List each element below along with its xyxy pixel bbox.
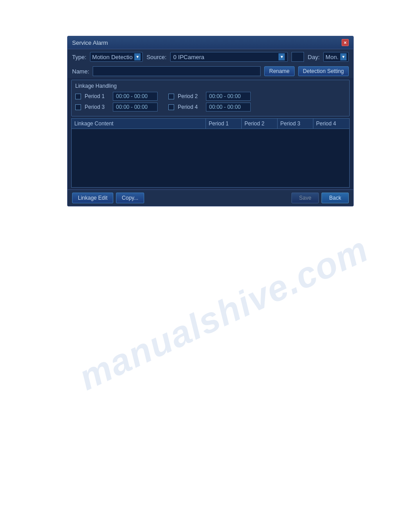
period4-label: Period 4 — [178, 104, 202, 110]
type-dropdown-arrow: ▼ — [134, 53, 141, 60]
type-value: Motion Detectio — [92, 54, 133, 60]
linkage-edit-button[interactable]: Linkage Edit — [72, 193, 113, 203]
day-dropdown[interactable]: Mon. ▼ — [323, 52, 349, 62]
back-button[interactable]: Back — [321, 193, 349, 203]
table-body — [72, 129, 349, 187]
period3-label: Period 3 — [85, 104, 109, 110]
bottom-row: Linkage Edit Copy... Save Back — [68, 189, 353, 206]
dialog: Service Alarm × Type: Motion Detectio ▼ … — [67, 36, 354, 206]
col-period1: Period 1 — [206, 119, 242, 129]
period4-checkbox[interactable] — [168, 104, 174, 110]
name-label: Name: — [72, 68, 89, 75]
source-dropdown[interactable]: 0 IPCamera ▼ — [170, 52, 288, 62]
type-label: Type: — [72, 54, 86, 60]
watermark: manualshive.com — [67, 179, 381, 448]
source-value: 0 IPCamera — [173, 54, 204, 60]
source-dropdown-arrow: ▼ — [278, 53, 285, 60]
source-label: Source: — [146, 54, 167, 60]
col-period4: Period 4 — [313, 119, 349, 129]
period2-checkbox[interactable] — [168, 94, 174, 99]
name-input[interactable] — [93, 66, 261, 76]
period2-label: Period 2 — [178, 93, 202, 99]
col-linkage-content: Linkage Content — [72, 119, 206, 129]
period2-time[interactable]: 00:00 - 00:00 — [206, 92, 251, 101]
name-row: Name: Rename Detection Setting — [68, 64, 353, 78]
linkage-section-title: Linkage Handling — [75, 83, 346, 89]
linkage-handling-section: Linkage Handling Period 1 00:00 - 00:00 … — [71, 80, 350, 116]
period-row-34: Period 3 00:00 - 00:00 Period 4 00:00 - … — [75, 103, 346, 112]
period1-label: Period 1 — [85, 93, 109, 99]
period3-time[interactable]: 00:00 - 00:00 — [113, 103, 158, 112]
table-header: Linkage Content Period 1 Period 2 Period… — [72, 119, 349, 129]
col-period2: Period 2 — [242, 119, 278, 129]
day-dropdown-arrow: ▼ — [340, 53, 347, 60]
type-dropdown[interactable]: Motion Detectio ▼ — [90, 52, 143, 62]
dialog-title: Service Alarm — [72, 39, 108, 46]
period1-time[interactable]: 00:00 - 00:00 — [113, 92, 158, 101]
close-button[interactable]: × — [342, 39, 349, 46]
period-row-12: Period 1 00:00 - 00:00 Period 2 00:00 - … — [75, 92, 346, 101]
col-period3: Period 3 — [278, 119, 313, 129]
save-button[interactable]: Save — [291, 193, 319, 203]
period1-checkbox[interactable] — [75, 94, 81, 99]
copy-button[interactable]: Copy... — [116, 193, 144, 203]
linkage-table: Linkage Content Period 1 Period 2 Period… — [71, 118, 350, 188]
watermark-text: manualshive.com — [73, 228, 375, 399]
detection-setting-button[interactable]: Detection Setting — [298, 66, 349, 76]
type-source-row: Type: Motion Detectio ▼ Source: 0 IPCame… — [68, 49, 353, 64]
day-value: Mon. — [325, 54, 338, 60]
color-picker[interactable] — [291, 52, 304, 62]
rename-button[interactable]: Rename — [264, 66, 294, 76]
period3-checkbox[interactable] — [75, 104, 81, 110]
period4-time[interactable]: 00:00 - 00:00 — [206, 103, 251, 112]
titlebar: Service Alarm × — [68, 36, 353, 49]
day-label: Day: — [308, 54, 320, 60]
